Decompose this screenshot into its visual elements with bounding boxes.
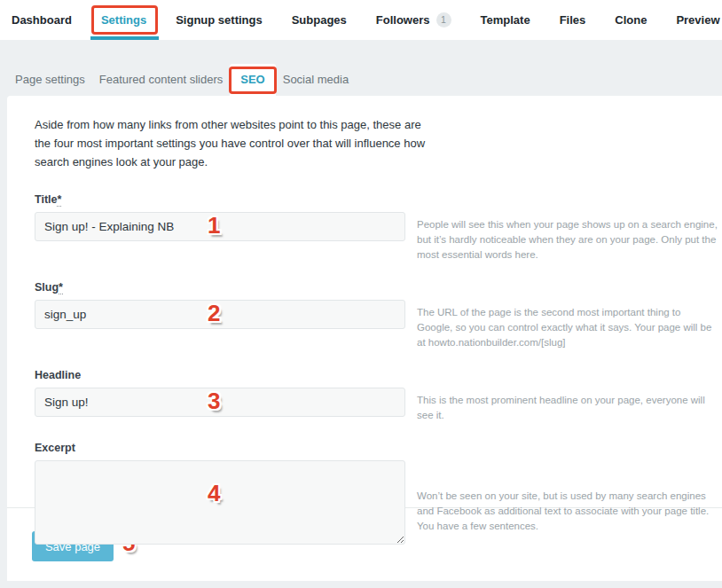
headline-input-wrap: 3 [35,388,405,417]
nav-tab-followers[interactable]: Followers1 [376,12,451,27]
followers-count-badge: 1 [436,12,451,27]
slug-label: Slug* [35,281,718,294]
title-help-text: People will see this when your page show… [417,217,718,263]
slug-input[interactable] [35,300,405,329]
subtab-social-media[interactable]: Social media [276,64,356,96]
top-navigation: Dashboard Settings Signup settings Subpa… [0,0,722,40]
title-input-wrap: 1 [35,212,405,241]
title-label: Title* [35,193,718,206]
seo-form: Aside from how many links from other web… [7,96,722,507]
nav-tab-preview[interactable]: Preview [676,13,719,27]
nav-tab-subpages[interactable]: Subpages [292,13,347,27]
excerpt-textarea-wrap: 4 [35,460,405,545]
settings-subtabs: Page settings Featured content sliders S… [0,40,722,96]
headline-label: Headline [35,369,718,381]
slug-help-text: The URL of the page is the second most i… [417,305,718,350]
excerpt-label: Excerpt [35,442,718,454]
slug-input-wrap: 2 [35,300,405,329]
excerpt-textarea[interactable] [35,460,405,545]
subtab-seo-label: SEO [240,73,264,86]
field-slug: Slug* 2 The URL of the page is the secon… [35,281,718,350]
title-required-asterisk: * [57,193,61,207]
nav-tab-settings[interactable]: Settings [101,13,146,27]
seo-settings-panel: Aside from how many links from other web… [7,96,722,581]
field-excerpt: Excerpt 4 Won’t be seen on your site, bu… [35,442,718,545]
nav-tab-signup-settings[interactable]: Signup settings [176,13,263,27]
headline-input[interactable] [35,388,405,417]
nav-tab-template[interactable]: Template [481,13,530,27]
nav-tab-dashboard[interactable]: Dashboard [12,13,72,27]
slug-required-asterisk: * [59,281,63,294]
nav-tab-settings-label: Settings [101,13,146,27]
nav-tab-clone[interactable]: Clone [615,13,647,27]
excerpt-help-text: Won’t be seen on your site, but is used … [417,489,718,534]
subtab-seo[interactable]: SEO [230,64,275,96]
title-input[interactable] [35,212,405,241]
subtab-page-settings[interactable]: Page settings [8,64,92,96]
slug-label-text: Slug [35,281,59,294]
intro-text: Aside from how many links from other web… [35,115,436,171]
nav-tab-files[interactable]: Files [560,13,586,27]
subtab-featured-content-sliders[interactable]: Featured content sliders [92,64,230,96]
field-title: Title* 1 People will see this when your … [35,193,718,263]
field-headline: Headline 3 This is the most prominent he… [35,369,718,423]
nav-tab-followers-label: Followers [376,13,430,27]
title-label-text: Title [35,193,57,206]
headline-help-text: This is the most prominent headline on y… [417,393,718,423]
